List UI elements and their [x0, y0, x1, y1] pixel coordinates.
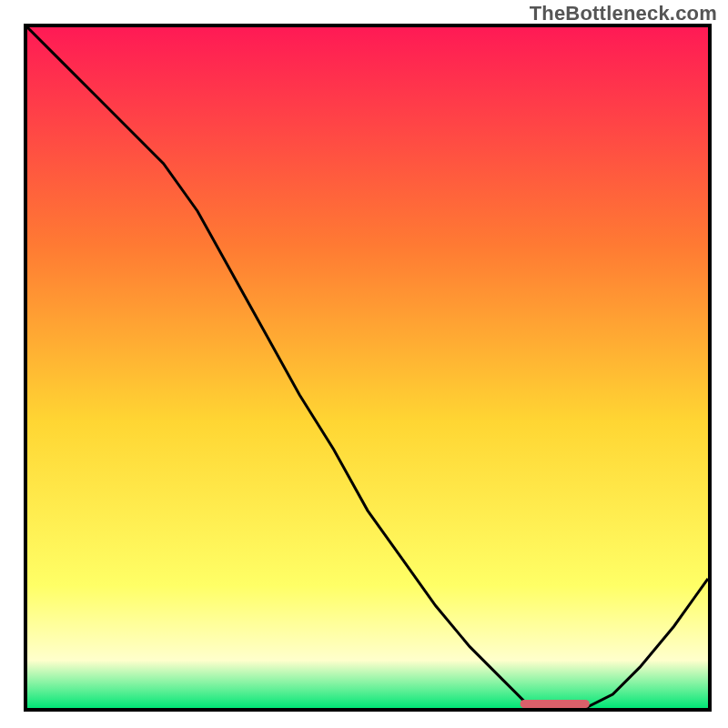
chart-frame: TheBottleneck.com: [0, 0, 728, 728]
watermark-text: TheBottleneck.com: [530, 2, 717, 25]
plot-svg: [27, 27, 708, 708]
